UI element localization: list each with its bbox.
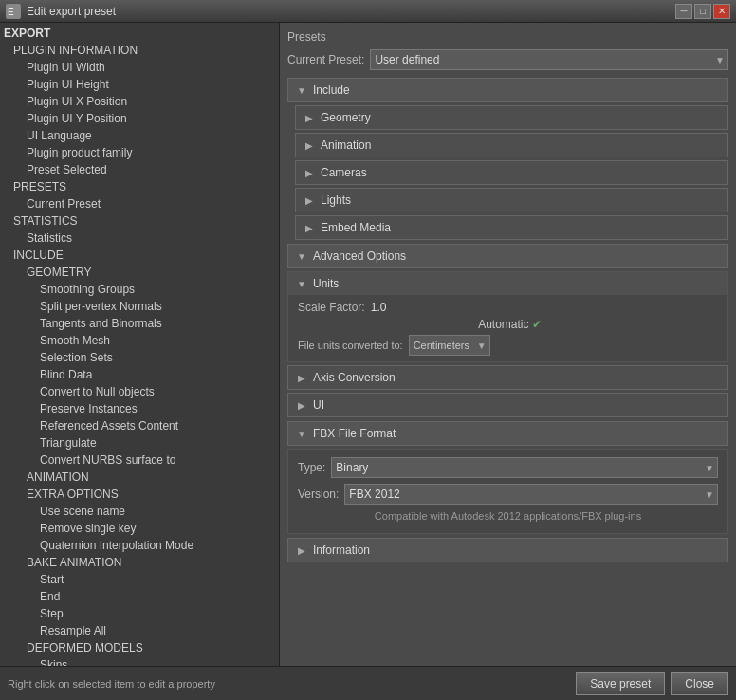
include-header[interactable]: ▼ Include [287,78,728,102]
type-row: Type: Binary ASCII ▼ [298,457,718,478]
title-text: Edit export preset [27,5,675,18]
type-dropdown-wrapper: Binary ASCII ▼ [331,457,718,478]
tree-item-start[interactable]: Start [0,571,279,588]
title-bar: E Edit export preset ─ □ ✕ [0,0,736,23]
current-preset-dropdown[interactable]: User defined [370,49,728,70]
tree-item-presets[interactable]: PRESETS [0,178,279,195]
type-dropdown[interactable]: Binary ASCII [331,457,718,478]
scale-factor-label: Scale Factor: [298,301,365,314]
close-window-button[interactable]: ✕ [713,4,730,19]
minimize-button[interactable]: ─ [675,4,692,19]
save-preset-button[interactable]: Save preset [576,672,665,695]
tree-view[interactable]: EXPORTPLUGIN INFORMATIONPlugin UI WidthP… [0,23,279,666]
scale-factor-row: Scale Factor: 1.0 [298,301,718,314]
tree-item-resample-all[interactable]: Resample All [0,622,279,639]
tree-item-geometry[interactable]: GEOMETRY [0,264,279,281]
tree-item-use-scene-name[interactable]: Use scene name [0,503,279,520]
current-preset-dropdown-wrapper: User defined ▼ [370,49,728,70]
tree-item-split-per-vertex[interactable]: Split per-vertex Normals [0,298,279,315]
include-section: ▼ Include ▶ Geometry ▶ Animation ▶ Camer… [287,78,728,240]
tree-item-current-preset[interactable]: Current Preset [0,195,279,212]
cameras-header[interactable]: ▶ Cameras [295,160,728,185]
ui-arrow-icon: ▶ [296,399,307,411]
axis-conversion-label: Axis Conversion [313,371,396,384]
right-panel: Presets Current Preset: User defined ▼ ▼… [280,23,736,666]
tree-item-skins[interactable]: Skins [0,656,279,666]
file-units-row: File units converted to: Centimeters Mil… [298,335,718,356]
embed-media-label: Embed Media [321,221,391,234]
tree-item-tangents-binormals[interactable]: Tangents and Binormals [0,315,279,332]
tree-item-referenced-assets[interactable]: Referenced Assets Content [0,417,279,434]
advanced-options-section: ▼ Advanced Options ▼ Units Scale Factor:… [287,244,728,417]
units-body: Scale Factor: 1.0 Automatic ✔ File units… [288,295,727,361]
automatic-label: Automatic ✔ [478,318,542,331]
tree-item-smoothing-groups[interactable]: Smoothing Groups [0,281,279,298]
maximize-button[interactable]: □ [694,4,711,19]
fbx-format-section: ▼ FBX File Format Type: Binary ASCII ▼ [287,421,728,534]
type-label: Type: [298,461,325,474]
presets-label: Presets [287,30,728,44]
tree-item-convert-nurbs[interactable]: Convert NURBS surface to [0,451,279,469]
tree-item-step[interactable]: Step [0,605,279,622]
advanced-options-header[interactable]: ▼ Advanced Options [287,244,728,268]
geometry-label: Geometry [321,111,371,124]
tree-item-include[interactable]: INCLUDE [0,247,279,264]
tree-item-preset-selected[interactable]: Preset Selected [0,161,279,178]
cameras-label: Cameras [321,166,367,179]
tree-item-plugin-ui-y[interactable]: Plugin UI Y Position [0,110,279,127]
information-section: ▶ Information [287,538,728,562]
window-controls: ─ □ ✕ [675,4,730,19]
tree-item-convert-null[interactable]: Convert to Null objects [0,383,279,400]
automatic-row: Automatic ✔ [298,318,718,331]
fbx-format-header[interactable]: ▼ FBX File Format [287,421,728,446]
tree-item-extra-options[interactable]: EXTRA OPTIONS [0,486,279,503]
geometry-header[interactable]: ▶ Geometry [295,105,728,130]
cameras-arrow-icon: ▶ [304,167,315,178]
svg-text:E: E [8,7,14,17]
tree-item-statistics-item[interactable]: Statistics [0,230,279,247]
tree-item-preserve-instances[interactable]: Preserve Instances [0,400,279,417]
embed-media-header[interactable]: ▶ Embed Media [295,215,728,240]
tree-item-animation[interactable]: ANIMATION [0,469,279,486]
information-label: Information [313,543,370,557]
axis-conversion-header[interactable]: ▶ Axis Conversion [287,365,728,390]
tree-item-plugin-info[interactable]: PLUGIN INFORMATION [0,42,279,59]
tree-item-remove-single-key[interactable]: Remove single key [0,520,279,537]
file-units-label: File units converted to: [298,340,403,351]
include-arrow-icon: ▼ [296,84,307,96]
tree-item-quaternion-interp[interactable]: Quaternion Interpolation Mode [0,537,279,554]
fbx-format-body: Type: Binary ASCII ▼ Version: FBX 201 [287,449,728,534]
current-preset-label: Current Preset: [287,53,364,66]
tree-item-end[interactable]: End [0,588,279,605]
tree-item-triangulate[interactable]: Triangulate [0,434,279,451]
animation-label: Animation [321,138,371,152]
geometry-arrow-icon: ▶ [304,112,315,123]
ui-section-header[interactable]: ▶ UI [287,393,728,417]
tree-item-blind-data[interactable]: Blind Data [0,366,279,383]
version-label: Version: [298,488,339,501]
units-label: Units [313,277,339,290]
lights-header[interactable]: ▶ Lights [295,188,728,212]
animation-header[interactable]: ▶ Animation [295,133,728,157]
version-dropdown[interactable]: FBX 2012 FBX 2011 FBX 2010 FBX 2009 FBX … [344,484,718,505]
tree-item-plugin-ui-x[interactable]: Plugin UI X Position [0,93,279,110]
tree-item-smooth-mesh[interactable]: Smooth Mesh [0,332,279,349]
information-arrow-icon: ▶ [296,544,307,556]
tree-item-ui-language[interactable]: UI Language [0,127,279,144]
tree-item-deformed-models[interactable]: DEFORMED MODELS [0,639,279,656]
app-icon: E [6,4,21,19]
tree-item-plugin-ui-height[interactable]: Plugin UI Height [0,76,279,93]
units-header[interactable]: ▼ Units [288,272,727,295]
tree-item-plugin-ui-width[interactable]: Plugin UI Width [0,59,279,76]
tree-item-bake-animation[interactable]: BAKE ANIMATION [0,554,279,571]
compat-text: Compatible with Autodesk 2012 applicatio… [298,510,718,522]
file-units-dropdown[interactable]: Centimeters Millimeters Decimeters Meter… [409,335,490,356]
tree-item-export[interactable]: EXPORT [0,25,279,42]
advanced-options-label: Advanced Options [313,249,406,263]
tree-item-selection-sets[interactable]: Selection Sets [0,349,279,366]
tree-item-plugin-product[interactable]: Plugin product family [0,144,279,161]
tree-item-statistics[interactable]: STATISTICS [0,212,279,230]
close-button[interactable]: Close [671,672,728,695]
information-header[interactable]: ▶ Information [287,538,728,562]
embed-media-arrow-icon: ▶ [304,222,315,233]
